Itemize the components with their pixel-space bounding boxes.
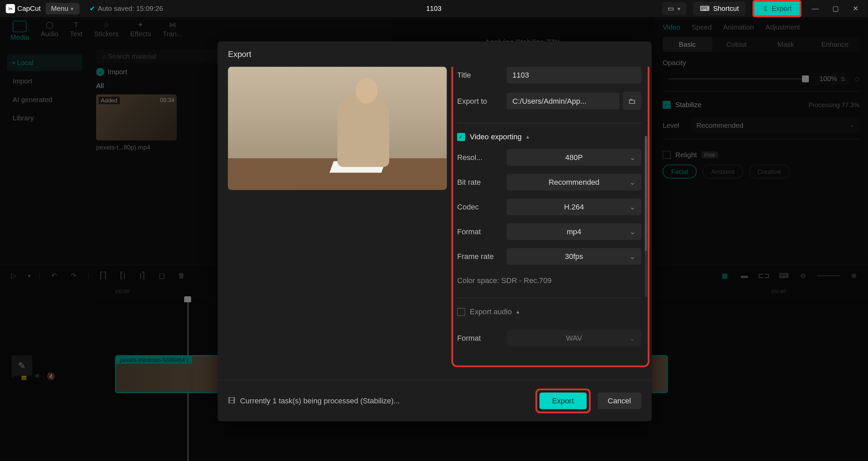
export-dialog: Export Title Export to C:/Users/Admin/Ap… [218, 41, 652, 421]
export-audio-checkbox[interactable] [457, 308, 465, 316]
dialog-title: Export [218, 41, 652, 67]
export-audio-section[interactable]: Export audio ▴ [457, 307, 641, 316]
autosave-status: ✔ Auto saved: 15:09:26 [90, 5, 163, 13]
format-select[interactable]: mp4 [507, 223, 641, 240]
video-exporting-section[interactable]: ✓ Video exporting ▴ [457, 133, 641, 141]
audio-format-select[interactable]: WAV [507, 330, 641, 346]
close-button[interactable]: ✕ [849, 5, 862, 13]
exportto-path[interactable]: C:/Users/Admin/App... [507, 93, 619, 109]
resolution-label: Resol... [457, 153, 507, 162]
format-label: Format [457, 227, 507, 236]
codec-label: Codec [457, 203, 507, 211]
scrollbar[interactable] [645, 136, 647, 297]
menu-button[interactable]: Menu▾ [45, 3, 79, 14]
framerate-select[interactable]: 30fps [507, 248, 641, 265]
codec-select[interactable]: H.264 [507, 199, 641, 215]
browse-folder-button[interactable]: 🗀 [623, 92, 641, 110]
layout-button[interactable]: ▭▾ [662, 2, 686, 15]
export-preview [228, 67, 447, 190]
bitrate-select[interactable]: Recommended [507, 174, 641, 191]
brand-name: CapCut [17, 5, 41, 13]
project-title: 1103 [426, 5, 441, 13]
upload-icon: ⇧ [763, 5, 768, 13]
colorspace-info: Color space: SDR - Rec.709 [457, 276, 641, 285]
title-input[interactable] [507, 67, 641, 83]
collapse-icon: ▴ [516, 308, 519, 315]
chevron-down-icon: ▾ [71, 5, 73, 12]
audio-format-label: Format [457, 334, 507, 342]
logo-icon: ✂ [6, 4, 15, 13]
film-icon: 🎞 [228, 397, 235, 405]
exportto-label: Export to [457, 96, 507, 105]
framerate-label: Frame rate [457, 252, 507, 261]
layout-icon: ▭ [668, 5, 674, 13]
check-icon: ✔ [90, 5, 95, 13]
minimize-button[interactable]: — [808, 5, 822, 13]
collapse-icon: ▴ [526, 134, 529, 140]
video-exporting-checkbox[interactable]: ✓ [457, 133, 465, 141]
title-label: Title [457, 71, 507, 79]
bitrate-label: Bit rate [457, 178, 507, 186]
export-button-top[interactable]: ⇧Export [753, 0, 802, 17]
resolution-select[interactable]: 480P [507, 149, 641, 166]
cancel-button[interactable]: Cancel [597, 393, 642, 409]
footer-status: Currently 1 task(s) being processed (Sta… [240, 397, 400, 405]
folder-icon: 🗀 [628, 96, 636, 105]
app-logo: ✂ CapCut [6, 4, 41, 13]
maximize-button[interactable]: ▢ [829, 5, 842, 13]
shortcut-button[interactable]: ⌨Shortcut [693, 2, 746, 16]
export-highlight: Export [535, 388, 590, 413]
top-bar: ✂ CapCut Menu▾ ✔ Auto saved: 15:09:26 11… [0, 0, 868, 17]
highlight-box [451, 67, 649, 367]
keyboard-icon: ⌨ [700, 5, 710, 13]
export-confirm-button[interactable]: Export [539, 393, 587, 409]
